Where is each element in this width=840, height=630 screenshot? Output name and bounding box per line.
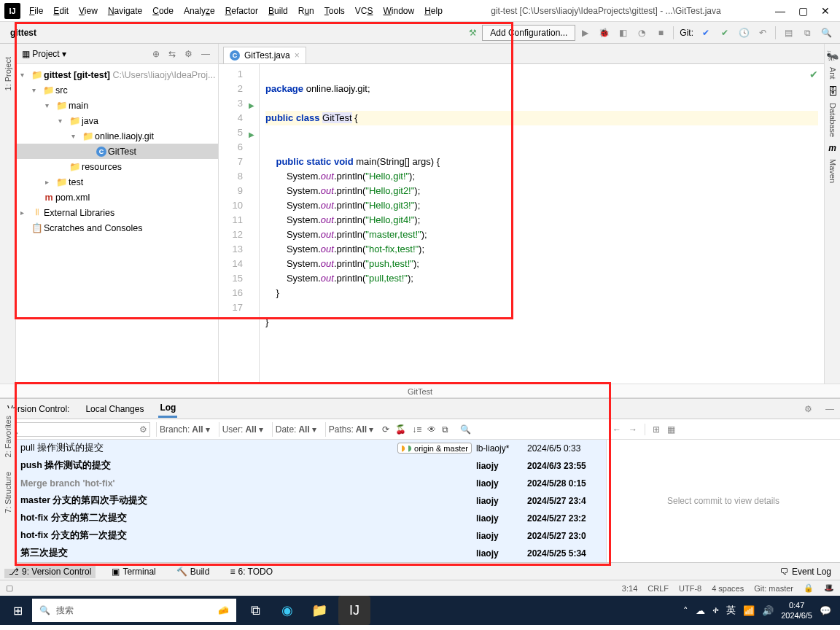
menu-code[interactable]: Code xyxy=(148,3,178,19)
sidebar-ant[interactable]: Ant xyxy=(828,67,837,79)
cherry-pick-icon[interactable]: 🍒 xyxy=(395,424,406,435)
next-diff-icon[interactable]: → xyxy=(629,424,637,435)
tab-log[interactable]: Log xyxy=(158,400,177,418)
breadcrumb[interactable]: gittest xyxy=(4,26,42,39)
tab-terminal[interactable]: ▣ Terminal xyxy=(107,565,160,578)
coverage-icon[interactable]: ◧ xyxy=(615,25,631,41)
collapse-icon[interactable]: ⇆ xyxy=(166,49,178,59)
tree-ext[interactable]: ▸⫴External Libraries xyxy=(16,205,218,220)
menu-file[interactable]: File xyxy=(25,3,47,19)
tree-pkg[interactable]: ▾📁online.liaojy.git xyxy=(16,128,218,144)
lock-icon[interactable]: 🔒 xyxy=(804,583,814,593)
menu-navigate[interactable]: Navigate xyxy=(104,3,147,19)
project-pane-title[interactable]: ▦ Project ▾ xyxy=(22,49,66,59)
prev-diff-icon[interactable]: ← xyxy=(612,424,621,435)
commit-row[interactable]: hot-fix 分支的第一次提交liaojy2024/5/27 23:0 xyxy=(0,527,606,545)
date-filter[interactable]: Date: All ▾ xyxy=(272,422,319,437)
details-icon[interactable]: ⧉ xyxy=(442,424,448,435)
project-tree[interactable]: ▾📁gittest [git-test] C:\Users\liaojy\Ide… xyxy=(16,64,218,238)
tab-todo[interactable]: ≡ 6: TODO xyxy=(225,565,277,578)
tab-local-changes[interactable]: Local Changes xyxy=(84,401,145,417)
update-icon[interactable]: ✔ xyxy=(698,25,714,41)
start-button[interactable]: ⊞ xyxy=(3,596,32,625)
find-icon[interactable]: ⧉ xyxy=(799,25,815,41)
line-sep[interactable]: CRLF xyxy=(648,584,669,593)
group-icon[interactable]: ▦ xyxy=(667,424,675,435)
profile-icon[interactable]: ◔ xyxy=(634,25,650,41)
hide-icon[interactable]: — xyxy=(199,49,212,59)
user-filter[interactable]: User: All ▾ xyxy=(219,422,266,437)
menu-vcs[interactable]: VCS xyxy=(351,3,378,19)
paths-filter[interactable]: Paths: All ▾ xyxy=(325,422,376,437)
gear-icon[interactable]: ⚙ xyxy=(804,404,812,414)
hide-panel-icon[interactable]: — xyxy=(825,404,834,414)
clock-time[interactable]: 0:47 xyxy=(781,600,812,610)
gear-icon[interactable]: ⚙ xyxy=(182,49,195,59)
menu-refactor[interactable]: Refactor xyxy=(221,3,262,19)
tree-pom[interactable]: mpom.xml xyxy=(16,190,218,205)
search-icon[interactable]: 🔍 xyxy=(818,25,834,41)
expand-all-icon[interactable]: ⊞ xyxy=(653,424,660,435)
gear-icon[interactable]: ⚙ xyxy=(139,424,147,435)
commit-row[interactable]: 第三次提交liaojy2024/5/25 5:34 xyxy=(0,545,606,562)
editor-tab[interactable]: C GitTest.java × xyxy=(223,47,306,63)
commit-row[interactable]: hot-fix 分支的第二次提交liaojy2024/5/27 23:2 xyxy=(0,510,606,527)
task-view-icon[interactable]: ⧉ xyxy=(239,596,271,625)
log-search-input[interactable] xyxy=(4,422,150,437)
chevron-up-icon[interactable]: ˄ xyxy=(683,605,688,616)
indent[interactable]: 4 spaces xyxy=(712,584,744,593)
wifi-icon[interactable]: 📶 xyxy=(743,605,755,616)
search-icon[interactable]: 🔍 xyxy=(460,424,471,435)
tree-class[interactable]: CGitTest xyxy=(16,144,218,159)
add-configuration-button[interactable]: Add Configuration... xyxy=(482,25,575,41)
target-icon[interactable]: ⊕ xyxy=(150,49,162,59)
tree-scratch[interactable]: 📋Scratches and Consoles xyxy=(16,220,218,236)
volume-icon[interactable]: 🔊 xyxy=(762,605,774,616)
stop-icon[interactable]: ■ xyxy=(653,25,669,41)
hat-icon[interactable]: 🎩 xyxy=(824,583,834,593)
menu-edit[interactable]: Edit xyxy=(49,3,73,19)
menu-tools[interactable]: Tools xyxy=(320,3,349,19)
tree-src[interactable]: ▾📁src xyxy=(16,82,218,98)
tab-version-control[interactable]: ⎇ 9: Version Control xyxy=(4,565,96,578)
menu-build[interactable]: Build xyxy=(264,3,292,19)
maven-icon[interactable]: m xyxy=(828,143,836,153)
minimize-icon[interactable]: — xyxy=(775,5,785,17)
history-icon[interactable]: 🕓 xyxy=(736,25,752,41)
sidebar-maven[interactable]: Maven xyxy=(828,159,837,183)
taskbar-search[interactable]: 🔍 搜索 🧀 xyxy=(32,599,236,622)
editor-breadcrumb[interactable]: GitTest xyxy=(0,384,840,398)
maximize-icon[interactable]: ▢ xyxy=(798,5,808,17)
menu-window[interactable]: Window xyxy=(378,3,419,19)
debug-icon[interactable]: 🐞 xyxy=(596,25,612,41)
tab-build[interactable]: 🔨 Build xyxy=(172,565,214,578)
database-icon[interactable]: 🗄 xyxy=(828,85,838,97)
notification-icon[interactable]: 💬 xyxy=(820,605,831,616)
code-editor[interactable]: ✔package online.liaojy.git; public class… xyxy=(260,64,824,384)
refresh-icon[interactable]: ⟳ xyxy=(382,424,389,435)
hammer-icon[interactable]: ⚒ xyxy=(464,25,481,41)
commit-list[interactable]: pull 操作测试的提交◗◗ origin & masterlb-liaojy*… xyxy=(0,440,607,562)
sidebar-project[interactable]: 1: Project xyxy=(4,57,12,90)
commit-row[interactable]: pull 操作测试的提交◗◗ origin & masterlb-liaojy*… xyxy=(0,440,606,457)
goto-icon[interactable]: ↓≡ xyxy=(412,424,421,435)
intellij-icon[interactable]: IJ xyxy=(338,596,370,625)
sidebar-favorites[interactable]: 2: Favorites xyxy=(4,416,12,457)
menu-help[interactable]: Help xyxy=(420,3,447,19)
cursor-position[interactable]: 3:14 xyxy=(622,584,637,593)
menu-run[interactable]: Run xyxy=(294,3,319,19)
sidebar-structure[interactable]: 7: Structure xyxy=(4,472,12,513)
branch-filter[interactable]: Branch: All ▾ xyxy=(156,422,213,437)
line-gutter[interactable]: 12 3▶ 4 5▶ 6789 10111213 14151617 xyxy=(219,64,260,384)
edge-icon[interactable]: ◉ xyxy=(271,596,303,625)
revert-icon[interactable]: ↶ xyxy=(755,25,771,41)
structure-icon[interactable]: ▤ xyxy=(780,25,796,41)
encoding[interactable]: UTF-8 xyxy=(679,584,701,593)
tree-test[interactable]: ▸📁test xyxy=(16,174,218,190)
commit-row[interactable]: push 操作测试的提交liaojy2024/6/3 23:55 xyxy=(0,457,606,475)
menu-view[interactable]: View xyxy=(74,3,102,19)
sidebar-database[interactable]: Database xyxy=(828,103,837,137)
run-icon[interactable]: ▶ xyxy=(577,25,593,41)
commit-row[interactable]: master 分支的第四次手动提交liaojy2024/5/27 23:4 xyxy=(0,492,606,510)
inspection-ok-icon[interactable]: ✔ xyxy=(809,67,818,82)
